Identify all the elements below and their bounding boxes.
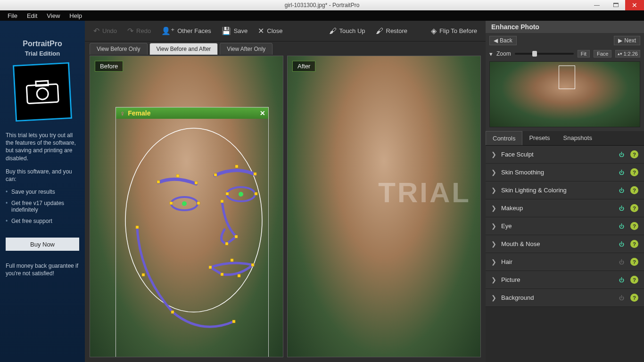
close-icon: ✕ [258,26,264,35]
zoom-slider[interactable] [515,53,574,55]
control-section[interactable]: ❯Mouth & Nose⏻? [486,235,644,253]
face-detection-box[interactable]: ♀ Female ✕ [116,107,269,357]
face-box-close-icon[interactable]: ✕ [260,109,265,117]
power-toggle-icon[interactable]: ⏻ [617,294,626,302]
window-title: girl-1031300.jpg* - PortraitPro [285,2,360,8]
zoom-row: ▾ Zoom Fit Face ▴▾1:2.26 [486,48,644,61]
face-detection-header: ♀ Female ✕ [116,107,268,119]
tab-controls[interactable]: Controls [486,131,522,145]
before-view[interactable]: Before ♀ Female ✕ [90,56,283,357]
zoom-slider-thumb[interactable] [532,51,537,57]
svg-point-3 [125,128,262,312]
svg-rect-13 [254,173,256,175]
help-icon[interactable]: ? [630,204,638,212]
menu-edit[interactable]: Edit [22,12,42,19]
help-icon[interactable]: ? [630,276,638,284]
tab-presets[interactable]: Presets [522,131,556,145]
chevron-down-icon[interactable]: ▾ [489,50,493,58]
control-section[interactable]: ❯Background⏻? [486,289,644,307]
svg-rect-15 [197,202,200,205]
trial-watermark: TRIAL [378,176,471,209]
power-toggle-icon[interactable]: ⏻ [617,240,626,248]
menu-help[interactable]: Help [65,12,87,19]
zoom-face-button[interactable]: Face [594,50,611,58]
chevron-left-icon: ◀ [494,37,498,44]
titlebar: girl-1031300.jpg* - PortraitPro — 🗖 ✕ [0,0,644,10]
app-edition: Trial Edition [6,50,79,57]
before-label: Before [95,61,123,72]
control-section[interactable]: ❯Skin Lighting & Coloring⏻? [486,181,644,199]
power-toggle-icon[interactable]: ⏻ [617,168,626,177]
control-section[interactable]: ❯Skin Smoothing⏻? [486,164,644,181]
power-toggle-icon[interactable]: ⏻ [617,186,626,195]
nav-row: ◀Back ▶Next [486,33,644,48]
camera-logo [13,62,72,122]
tab-view-after-only[interactable]: View After Only [220,43,272,55]
svg-point-5 [182,201,187,206]
help-icon[interactable]: ? [630,294,638,302]
buy-now-button[interactable]: Buy Now [6,238,79,251]
navigator-thumbnail[interactable] [489,61,640,127]
help-icon[interactable]: ? [630,240,638,248]
other-faces-button[interactable]: 👤⁺Other Faces [157,25,215,37]
svg-rect-18 [221,200,223,203]
redo-icon: ↷ [127,26,133,35]
svg-rect-10 [195,181,198,184]
after-label: After [292,61,315,72]
svg-point-1 [37,88,49,99]
female-icon: ♀ [120,109,125,117]
undo-button[interactable]: ↶Undo [90,25,121,37]
back-button[interactable]: ◀Back [489,36,517,45]
tab-view-before-only[interactable]: View Before Only [90,43,148,55]
control-section[interactable]: ❯Picture⏻? [486,271,644,289]
tab-snapshots[interactable]: Snapshots [557,131,599,145]
right-panel: Enhance Photo ◀Back ▶Next ▾ Zoom Fit Fac… [486,21,644,362]
chevron-right-icon: ❯ [491,294,496,301]
help-icon[interactable]: ? [630,186,638,194]
control-section[interactable]: ❯Hair⏻? [486,253,644,271]
zoom-value-stepper[interactable]: ▴▾1:2.26 [615,50,640,58]
navigator-viewport-rect[interactable] [559,66,575,89]
after-view[interactable]: After TRIAL [287,56,481,357]
window-close-button[interactable]: ✕ [625,0,644,10]
control-label: Skin Lighting & Coloring [501,187,612,194]
left-sidebar: PortraitPro Trial Edition This trial let… [0,21,85,362]
flip-to-before-button[interactable]: ◈Flip To Before [427,25,481,37]
chevron-right-icon: ❯ [491,151,496,158]
control-label: Picture [501,276,612,283]
power-toggle-icon[interactable]: ⏻ [617,258,626,266]
help-icon[interactable]: ? [630,168,638,176]
power-toggle-icon[interactable]: ⏻ [617,150,626,159]
control-section[interactable]: ❯Eye⏻? [486,217,644,235]
power-toggle-icon[interactable]: ⏻ [617,276,626,284]
minimize-button[interactable]: — [587,0,606,10]
touch-up-button[interactable]: 🖌Touch Up [325,25,369,37]
menu-file[interactable]: File [3,12,22,19]
control-section[interactable]: ❯Makeup⏻? [486,199,644,217]
svg-point-7 [239,192,243,197]
restore-button[interactable]: 🖌Restore [372,25,412,37]
maximize-button[interactable]: 🗖 [606,0,625,10]
save-button[interactable]: 💾Save [218,25,252,37]
face-landmarks-overlay[interactable] [116,119,269,357]
control-label: Background [501,294,612,301]
redo-button[interactable]: ↷Redo [124,25,155,37]
tab-view-before-and-after[interactable]: View Before and After [149,43,218,55]
control-section[interactable]: ❯Face Sculpt⏻? [486,146,644,164]
app-title: PortraitPro [6,40,79,48]
help-icon[interactable]: ? [630,150,638,158]
help-icon[interactable]: ? [630,222,638,230]
chevron-right-icon: ❯ [491,222,496,230]
menu-view[interactable]: View [42,12,65,19]
next-button[interactable]: ▶Next [614,36,640,45]
view-tabs: View Before Only View Before and After V… [85,41,486,55]
brush-icon: 🖌 [329,27,337,35]
svg-rect-9 [176,174,179,177]
power-toggle-icon[interactable]: ⏻ [617,222,626,230]
close-button[interactable]: ✕Close [254,25,286,37]
svg-rect-22 [231,259,233,262]
svg-rect-26 [136,226,139,229]
help-icon[interactable]: ? [630,258,638,266]
power-toggle-icon[interactable]: ⏻ [617,204,626,213]
zoom-fit-button[interactable]: Fit [578,50,590,58]
